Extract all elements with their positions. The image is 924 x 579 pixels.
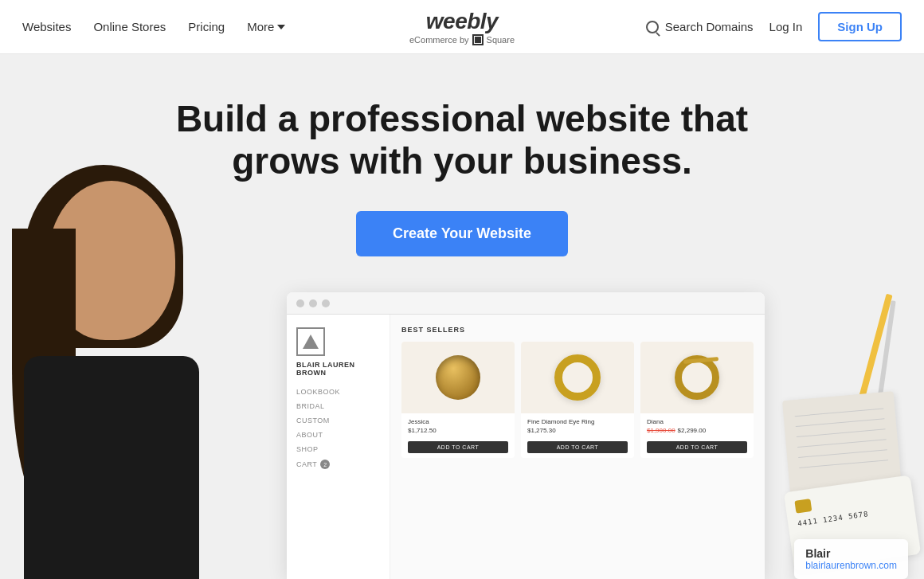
toolbar-dot-3 bbox=[322, 299, 330, 307]
add-to-cart-2[interactable]: ADD TO CART bbox=[527, 441, 628, 453]
nav-logo: weebly eCommerce by Square bbox=[409, 9, 515, 45]
toolbar-dot-2 bbox=[309, 299, 317, 307]
search-domains-link[interactable]: Search Domains bbox=[646, 20, 754, 33]
product-name-2: Fine Diamond Eye Ring bbox=[527, 418, 628, 425]
mockup-body: BLAIR LAUREN BROWN LOOKBOOK BRIDAL CUSTO… bbox=[287, 315, 765, 579]
notebook-line-3 bbox=[797, 428, 886, 437]
product-image-3 bbox=[640, 342, 754, 413]
notebook-line-5 bbox=[798, 449, 887, 458]
notebook-line-1 bbox=[795, 408, 884, 417]
sidebar-nav-lookbook[interactable]: LOOKBOOK bbox=[296, 388, 380, 396]
sidebar-nav-cart[interactable]: CART 2 bbox=[296, 460, 380, 469]
nav-right: Search Domains Log In Sign Up bbox=[646, 12, 902, 41]
mockup-main: BEST SELLERS Jessica $1,712.50 ADD TO CA… bbox=[390, 315, 765, 579]
profile-card: Blair blairlaurenbrown.com bbox=[794, 539, 908, 579]
website-mockup: BLAIR LAUREN BROWN LOOKBOOK BRIDAL CUSTO… bbox=[287, 292, 765, 579]
desk-items: 4411 1234 5678 bbox=[749, 181, 924, 579]
product-image-2 bbox=[521, 342, 634, 413]
sidebar-nav-shop[interactable]: SHOP bbox=[296, 445, 380, 453]
mockup-sidebar: BLAIR LAUREN BROWN LOOKBOOK BRIDAL CUSTO… bbox=[287, 315, 390, 579]
product-price-3: $1,900.00$2,299.00 bbox=[647, 427, 747, 434]
square-icon bbox=[472, 34, 484, 45]
woman-body bbox=[24, 356, 199, 579]
product-image-1 bbox=[401, 342, 515, 413]
ring-image-2 bbox=[554, 354, 601, 401]
product-price-1: $1,712.50 bbox=[408, 427, 508, 434]
hero-section: Build a professional website that grows … bbox=[0, 54, 924, 579]
chevron-down-icon bbox=[277, 25, 285, 29]
create-website-button[interactable]: Create Your Website bbox=[356, 211, 568, 256]
toolbar-dot-1 bbox=[296, 299, 304, 307]
product-card-1: Jessica $1,712.50 ADD TO CART bbox=[401, 342, 515, 458]
card-chip bbox=[794, 499, 812, 514]
sidebar-brand: BLAIR LAUREN BROWN bbox=[296, 361, 380, 377]
navbar: Websites Online Stores Pricing More weeb… bbox=[0, 0, 924, 54]
nav-online-stores[interactable]: Online Stores bbox=[93, 20, 166, 33]
product-name-1: Jessica bbox=[408, 418, 508, 425]
sidebar-nav-custom[interactable]: CUSTOM bbox=[296, 417, 380, 424]
sidebar-logo bbox=[296, 327, 325, 356]
add-to-cart-3[interactable]: ADD TO CART bbox=[647, 441, 747, 453]
product-card-3: Diana $1,900.00$2,299.00 ADD TO CART bbox=[640, 342, 754, 458]
logo-brand: weebly bbox=[409, 9, 515, 34]
product-price-2: $1,275.30 bbox=[527, 427, 628, 434]
notebook-line-4 bbox=[797, 439, 887, 448]
product-info-1: Jessica $1,712.50 ADD TO CART bbox=[401, 413, 515, 458]
product-name-3: Diana bbox=[647, 418, 747, 425]
products-grid: Jessica $1,712.50 ADD TO CART Fine Diamo… bbox=[401, 342, 754, 458]
search-icon bbox=[646, 21, 659, 33]
notebook-line-6 bbox=[799, 460, 888, 468]
notebook-line-2 bbox=[796, 418, 885, 427]
sidebar-nav-about[interactable]: ABOUT bbox=[296, 431, 380, 439]
nav-pricing[interactable]: Pricing bbox=[188, 20, 225, 33]
profile-name: Blair bbox=[805, 547, 897, 560]
hero-title: Build a professional website that grows … bbox=[151, 98, 773, 182]
nav-websites[interactable]: Websites bbox=[22, 20, 71, 33]
add-to-cart-1[interactable]: ADD TO CART bbox=[408, 441, 508, 453]
nav-left: Websites Online Stores Pricing More bbox=[22, 20, 285, 33]
best-sellers-title: BEST SELLERS bbox=[401, 326, 754, 334]
product-card-2: Fine Diamond Eye Ring $1,275.30 ADD TO C… bbox=[521, 342, 634, 458]
nav-more[interactable]: More bbox=[247, 20, 285, 33]
product-info-3: Diana $1,900.00$2,299.00 ADD TO CART bbox=[640, 413, 754, 458]
logo-subtitle: eCommerce by Square bbox=[409, 34, 515, 45]
cart-badge: 2 bbox=[320, 460, 330, 469]
woman-figure bbox=[0, 165, 223, 579]
sidebar-logo-icon bbox=[303, 334, 319, 349]
sidebar-nav-bridal[interactable]: BRIDAL bbox=[296, 402, 380, 410]
product-info-2: Fine Diamond Eye Ring $1,275.30 ADD TO C… bbox=[521, 413, 634, 458]
mockup-toolbar bbox=[287, 292, 765, 315]
ring-image-1 bbox=[436, 355, 480, 400]
ring-image-3 bbox=[675, 355, 719, 400]
profile-url: blairlaurenbrown.com bbox=[805, 560, 897, 571]
login-link[interactable]: Log In bbox=[769, 20, 803, 33]
signup-button[interactable]: Sign Up bbox=[818, 12, 902, 41]
